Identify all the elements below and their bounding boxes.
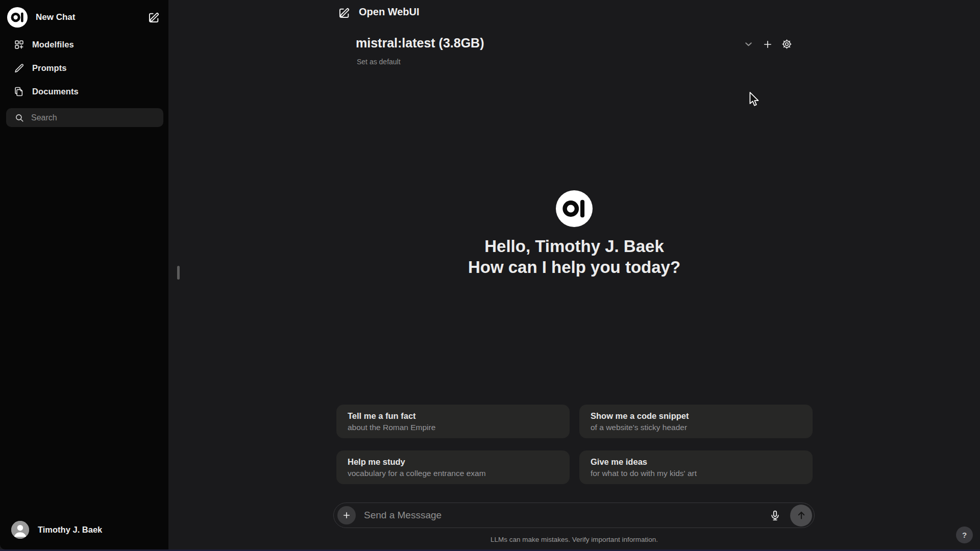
model-selector[interactable]: mistral:latest (3.8GB) bbox=[356, 36, 484, 51]
sidebar-item-modelfiles[interactable]: Modelfiles bbox=[0, 33, 168, 56]
set-default-link[interactable]: Set as default bbox=[357, 58, 401, 66]
mouse-cursor bbox=[749, 92, 760, 107]
suggestion-subtitle: about the Roman Empire bbox=[348, 422, 558, 433]
suggestion-subtitle: vocabulary for a college entrance exam bbox=[348, 468, 558, 479]
question-icon: ? bbox=[962, 531, 967, 539]
suggestion-title: Help me study bbox=[348, 456, 558, 468]
suggestion-card[interactable]: Help me study vocabulary for a college e… bbox=[336, 450, 570, 484]
welcome-hero: Hello, Timothy J. Baek How can I help yo… bbox=[168, 190, 980, 278]
sidebar-item-label: Prompts bbox=[32, 63, 67, 73]
suggestion-card[interactable]: Tell me a fun fact about the Roman Empir… bbox=[336, 405, 570, 438]
gear-icon[interactable] bbox=[781, 39, 792, 49]
document-duplicate-icon bbox=[14, 86, 24, 97]
new-chat-header-icon[interactable] bbox=[338, 7, 351, 19]
suggestion-card[interactable]: Give me ideas for what to do with my kid… bbox=[579, 450, 813, 484]
search-input[interactable] bbox=[31, 113, 158, 122]
sidebar: New Chat Modelfiles bbox=[0, 0, 168, 549]
user-name: Timothy J. Baek bbox=[38, 525, 102, 535]
greeting-line1: Hello, Timothy J. Baek bbox=[168, 236, 980, 257]
openwebui-logo-icon bbox=[7, 7, 28, 28]
user-avatar bbox=[11, 521, 29, 539]
sidebar-resize-handle[interactable] bbox=[177, 266, 180, 280]
mic-icon[interactable] bbox=[769, 510, 781, 521]
attach-button[interactable] bbox=[337, 506, 356, 524]
sidebar-item-label: Modelfiles bbox=[32, 40, 74, 49]
sidebar-item-documents[interactable]: Documents bbox=[0, 80, 168, 103]
sidebar-menu: Modelfiles Prompts Documents bbox=[0, 33, 168, 103]
sidebar-item-prompts[interactable]: Prompts bbox=[0, 56, 168, 80]
search-box[interactable] bbox=[6, 108, 163, 127]
suggestion-grid: Tell me a fun fact about the Roman Empir… bbox=[336, 405, 813, 484]
pencil-square-icon[interactable] bbox=[148, 11, 160, 24]
add-model-icon[interactable] bbox=[763, 39, 773, 49]
greeting-line2: How can I help you today? bbox=[168, 257, 980, 278]
search-icon bbox=[15, 113, 24, 122]
suggestion-title: Tell me a fun fact bbox=[348, 410, 558, 422]
suggestion-title: Show me a code snippet bbox=[591, 410, 801, 422]
chevron-down-icon[interactable] bbox=[743, 39, 754, 49]
openwebui-logo-icon-large bbox=[556, 190, 593, 227]
help-button[interactable]: ? bbox=[956, 527, 973, 543]
send-button[interactable] bbox=[790, 505, 812, 527]
message-input[interactable] bbox=[364, 510, 769, 521]
user-menu[interactable]: Timothy J. Baek bbox=[6, 517, 162, 542]
suggestion-subtitle: for what to do with my kids' art bbox=[591, 468, 801, 479]
disclaimer-text: LLMs can make mistakes. Verify important… bbox=[168, 536, 980, 543]
sidebar-item-label: Documents bbox=[32, 87, 79, 96]
suggestion-card[interactable]: Show me a code snippet of a website's st… bbox=[579, 405, 813, 438]
suggestion-subtitle: of a website's sticky header bbox=[591, 422, 801, 433]
new-chat-button[interactable]: New Chat bbox=[0, 0, 168, 29]
new-chat-label: New Chat bbox=[36, 12, 139, 22]
message-composer bbox=[333, 503, 815, 528]
app-title: Open WebUI bbox=[359, 6, 420, 18]
pencil-icon bbox=[14, 63, 24, 73]
model-tools bbox=[743, 39, 792, 49]
squares-plus-icon bbox=[14, 39, 24, 50]
suggestion-title: Give me ideas bbox=[591, 456, 801, 468]
